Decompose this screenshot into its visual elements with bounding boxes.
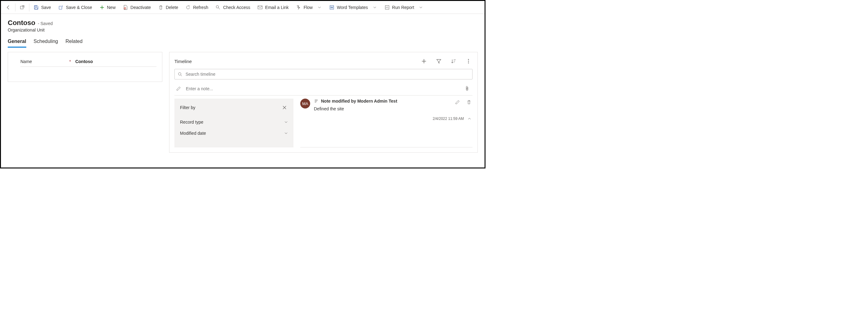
deactivate-label: Deactivate [130,5,151,10]
save-icon [34,5,39,10]
flow-label: Flow [304,5,313,10]
note-timestamp: 2/4/2022 11:59 AM [433,117,464,121]
svg-point-10 [468,62,469,63]
plus-icon [421,58,427,64]
close-filter-button[interactable] [281,104,288,111]
note-description: Defined the site [314,106,472,111]
chevron-down-icon [372,5,377,10]
tab-general[interactable]: General [8,39,26,48]
more-timeline-button[interactable] [464,57,472,65]
refresh-label: Refresh [193,5,208,10]
svg-rect-1 [35,6,37,7]
filter-record-type[interactable]: Record type [180,117,288,128]
trash-icon [158,5,163,10]
name-field[interactable]: Name * Contoso [21,59,156,67]
chevron-down-icon [284,120,288,124]
avatar: MA [300,99,310,108]
tabs: General Scheduling Related [1,32,485,48]
check-access-label: Check Access [223,5,250,10]
delete-button[interactable]: Delete [155,1,182,14]
timeline-note-item[interactable]: MA Note modified by Modern Admin Test [300,99,472,148]
email-link-button[interactable]: Email a Link [254,1,292,14]
separator [29,3,29,11]
chevron-down-icon [317,5,322,10]
add-timeline-button[interactable] [420,57,428,65]
save-button[interactable]: Save [30,1,55,14]
filter-panel-title: Filter by [180,105,195,110]
popout-button[interactable] [16,1,28,14]
email-link-label: Email a Link [265,5,288,10]
new-button[interactable]: New [96,1,119,14]
content-area: Name * Contoso Timeline [1,48,485,159]
deactivate-button[interactable]: Deactivate [119,1,155,14]
pencil-icon [176,86,181,91]
check-access-button[interactable]: Check Access [212,1,254,14]
deactivate-icon [123,5,128,10]
save-close-label: Save & Close [66,5,92,10]
plus-icon [100,5,104,10]
svg-point-9 [468,61,469,62]
svg-rect-2 [35,8,37,9]
note-icon [314,99,318,103]
timeline-search[interactable] [175,69,472,80]
entity-type-label: Organizational Unit [8,28,478,32]
refresh-button[interactable]: Refresh [182,1,212,14]
flow-button[interactable]: Flow [292,1,326,14]
popout-icon [20,5,25,10]
save-label: Save [41,5,51,10]
tab-scheduling[interactable]: Scheduling [34,39,58,48]
required-indicator: * [69,59,71,64]
attachment-button[interactable] [464,85,471,92]
flow-icon [296,5,301,10]
timeline-title: Timeline [175,59,192,64]
filter-record-type-label: Record type [180,120,203,125]
svg-point-4 [216,6,219,8]
filter-modified-date-label: Modified date [180,131,206,136]
edit-note-button[interactable] [454,99,461,106]
chevron-down-icon [284,131,288,135]
svg-point-8 [468,59,469,60]
word-templates-label: Word Templates [337,5,368,10]
more-vertical-icon [466,58,471,64]
chevron-down-icon [418,5,423,10]
timeline-search-input[interactable] [186,72,469,76]
report-icon [385,5,390,10]
delete-label: Delete [166,5,178,10]
filter-timeline-button[interactable] [435,57,443,65]
trash-icon [467,100,471,104]
key-icon [216,5,220,10]
record-header: Contoso - Saved Organizational Unit [1,14,485,32]
timeline-section: Timeline [169,52,478,153]
save-close-button[interactable]: Save & Close [55,1,96,14]
refresh-icon [186,5,190,10]
note-entry-row[interactable] [175,82,472,95]
save-status: - Saved [38,21,53,26]
name-field-value: Contoso [75,59,93,64]
back-button[interactable] [2,1,14,14]
email-icon [257,5,262,10]
word-templates-button[interactable]: Word Templates [326,1,381,14]
new-label: New [107,5,116,10]
name-field-label: Name [21,59,69,64]
svg-rect-0 [21,6,23,9]
separator [15,3,16,11]
sort-timeline-button[interactable] [450,57,458,65]
pencil-icon [455,100,460,104]
filter-panel: Filter by Record type Modified date [175,99,293,148]
filter-modified-date[interactable]: Modified date [180,128,288,139]
note-input[interactable] [186,86,459,91]
collapse-note-button[interactable] [466,116,472,122]
command-bar: Save Save & Close New Deactivate Delete … [1,1,485,14]
back-arrow-icon [6,5,11,10]
save-close-icon [58,5,63,10]
general-section: Name * Contoso [8,52,162,82]
search-icon [178,72,182,76]
word-icon [329,5,334,10]
tab-related[interactable]: Related [66,39,83,48]
paperclip-icon [465,86,469,91]
close-icon [282,105,287,110]
chevron-up-icon [468,117,471,121]
run-report-label: Run Report [392,5,414,10]
delete-note-button[interactable] [465,99,472,106]
run-report-button[interactable]: Run Report [381,1,427,14]
